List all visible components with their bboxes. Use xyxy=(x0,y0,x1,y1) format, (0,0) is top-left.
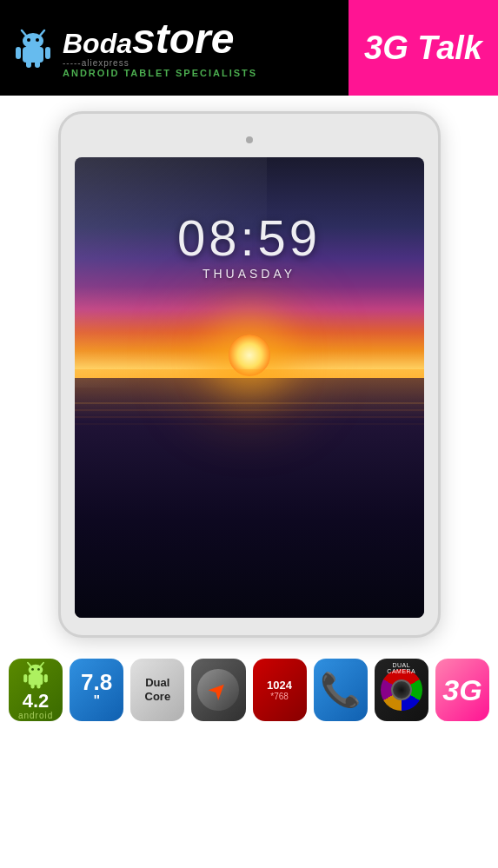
screen-size-icon: 7.8" xyxy=(70,659,123,721)
horizon-glow xyxy=(75,369,424,421)
clock-day-display: THUASDAY xyxy=(75,267,424,281)
svg-rect-10 xyxy=(35,61,40,68)
svg-rect-16 xyxy=(29,673,43,684)
svg-point-3 xyxy=(23,33,43,49)
svg-rect-19 xyxy=(31,684,35,689)
screen-size-number: 7.8 xyxy=(81,671,112,693)
features-row: 4.2 android 7.8" Dual Core ➤ 1024 *768 📞… xyxy=(0,646,498,730)
lockscreen-clock: 08:59 THUASDAY xyxy=(75,213,424,281)
core-text: Core xyxy=(145,690,171,703)
brand-section: Boda store -----aliexpress ANDROID TABLE… xyxy=(0,18,257,78)
svg-point-5 xyxy=(36,38,39,42)
main-product-area: 08:59 THUASDAY xyxy=(0,96,498,646)
svg-rect-7 xyxy=(16,47,21,59)
threeg-icon: 3G xyxy=(435,659,489,721)
resolution-text: 1024 xyxy=(267,679,292,692)
android-robot-icon xyxy=(10,25,56,70)
dual-text: Dual xyxy=(145,677,169,689)
android-small-icon xyxy=(20,660,51,692)
gps-icon: ➤ xyxy=(191,659,245,721)
dual-camera-icon: DUAL CAMERA xyxy=(375,659,428,721)
clock-time-display: 08:59 xyxy=(75,213,424,263)
android-version-icon: 4.2 android xyxy=(9,659,63,721)
resolution-icon: 1024 *768 xyxy=(253,659,307,721)
android-text: android xyxy=(18,711,53,720)
dual-core-icon: Dual Core xyxy=(130,659,184,721)
talk-3g-banner: 3G Talk xyxy=(349,0,498,96)
boda-label: Boda xyxy=(63,28,132,60)
camera-label-text: DUAL CAMERA xyxy=(378,662,425,674)
svg-rect-8 xyxy=(45,47,50,59)
talk-3g-label: 3G Talk xyxy=(364,30,482,67)
svg-line-2 xyxy=(40,30,44,36)
android-version-number: 4.2 xyxy=(23,692,50,711)
camera-lens-outer xyxy=(381,669,422,711)
phone-handset-icon: 📞 xyxy=(320,671,361,709)
resolution-x: *768 xyxy=(270,692,289,701)
front-camera-dot xyxy=(246,136,253,143)
svg-point-4 xyxy=(27,38,30,42)
screen-background: 08:59 THUASDAY xyxy=(75,157,424,618)
tablet-device: 08:59 THUASDAY xyxy=(58,111,441,638)
svg-rect-18 xyxy=(44,673,48,682)
svg-rect-17 xyxy=(23,673,27,682)
svg-point-15 xyxy=(37,668,40,671)
header-banner: Boda store -----aliexpress ANDROID TABLE… xyxy=(0,0,498,96)
svg-line-12 xyxy=(41,662,43,666)
svg-rect-9 xyxy=(26,61,31,68)
threeg-label: 3G xyxy=(442,673,481,707)
gps-arrow-icon: ➤ xyxy=(203,673,235,706)
svg-line-11 xyxy=(28,662,30,666)
svg-rect-6 xyxy=(23,47,43,63)
screen-size-unit: " xyxy=(93,693,100,709)
svg-point-14 xyxy=(31,668,34,671)
specialists-label: ANDROID TABLET SPECIALISTS xyxy=(63,68,257,78)
brand-text: Boda store -----aliexpress ANDROID TABLE… xyxy=(63,18,257,78)
gps-circle: ➤ xyxy=(197,669,239,711)
tablet-screen: 08:59 THUASDAY xyxy=(75,157,424,618)
aliexpress-label: -----aliexpress xyxy=(63,58,257,68)
svg-line-1 xyxy=(22,30,26,36)
tablet-top-bar xyxy=(75,128,424,152)
svg-point-13 xyxy=(29,664,43,674)
store-label: store xyxy=(132,18,234,60)
phone-call-icon: 📞 xyxy=(314,659,368,721)
camera-lens-inner xyxy=(391,679,412,700)
svg-rect-20 xyxy=(37,684,40,689)
